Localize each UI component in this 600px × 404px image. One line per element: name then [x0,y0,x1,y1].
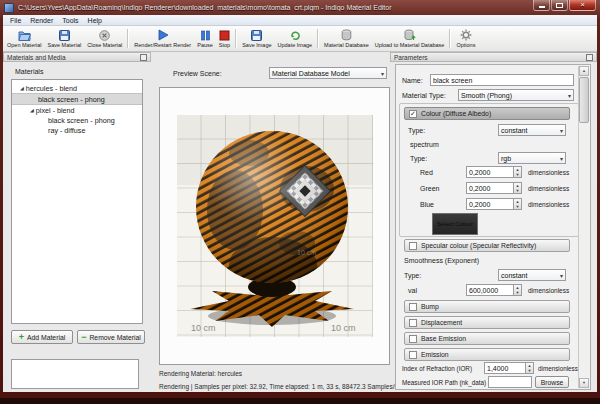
select-colour-button[interactable]: Select Colour [432,213,478,235]
emission-section-header[interactable]: Emission [404,348,570,361]
select-colour-label: Select Colour [437,221,473,227]
tree-item-black-screen[interactable]: black screen - phong [12,93,142,105]
specular-section-title: Specular colour (Specular Reflectivity) [421,242,536,249]
maximize-icon [556,3,563,8]
green-stepper[interactable]: ▲▼ [514,182,522,194]
toolbar-button-save-material[interactable]: Save Material [45,26,85,51]
parameters-scrollbar[interactable]: ▲ ▼ [578,66,589,388]
close-button[interactable]: × [569,0,596,11]
bump-section-header[interactable]: Bump [404,300,570,313]
menu-file[interactable]: File [6,17,25,24]
val-stepper[interactable]: ▲▼ [514,284,522,296]
ior-field[interactable]: 1,4000 [484,362,526,374]
toolbar-button-render[interactable]: Render/Restart Render [131,26,194,51]
toolbar-button-open-material[interactable]: Open Material [4,26,45,51]
add-material-button[interactable]: + Add Material [11,330,73,344]
parameters-panel: Name: black screen Material Type: Smooth… [390,62,597,392]
menu-tools[interactable]: Tools [58,17,82,24]
toolbar-button-label: Upload to Material Database [375,42,445,48]
specular-checkbox[interactable] [409,242,417,250]
spectrum-type-label: Type: [410,155,427,162]
minus-icon: − [81,333,86,341]
val-field[interactable]: 600,0000 [466,284,514,296]
toolbar-button-update-image[interactable]: Update Image [275,26,316,51]
spin-down-icon[interactable]: ▼ [514,172,521,177]
specular-section-header[interactable]: Specular colour (Specular Reflectivity) [404,239,570,252]
toolbar-button-upload-material-database[interactable]: Upload to Material Database [372,26,448,51]
expander-icon[interactable]: ◢ [20,85,24,91]
bump-checkbox[interactable] [409,303,417,311]
tree-item-black-screen-2[interactable]: black screen - phong [12,115,142,125]
toolbar-button-close-material[interactable]: Close Material [84,26,125,51]
red-stepper[interactable]: ▲▼ [514,166,522,178]
displacement-section-title: Displacement [421,319,462,326]
spectrum-type-value: rgb [501,155,511,162]
materials-panel-header: Materials and Media [3,52,151,62]
spectrum-type-select[interactable]: rgb ▾ [498,152,566,164]
toolbar-button-pause[interactable]: Pause [194,26,216,51]
tree-item-hercules[interactable]: ◢ hercules - blend [12,83,142,93]
scroll-down-icon[interactable]: ▼ [579,378,589,388]
spin-down-icon[interactable]: ▼ [526,368,533,373]
smoothness-type-label: Type: [404,272,421,279]
colour-type-label: Type: [408,127,425,134]
toolbar-button-material-database[interactable]: Material Database [321,26,372,51]
colour-checkbox[interactable]: ✓ [409,110,417,118]
maximize-button[interactable] [551,0,568,11]
tree-item-label: black screen - phong [38,95,105,104]
emission-checkbox[interactable] [409,351,417,359]
scroll-up-icon[interactable]: ▲ [579,66,589,76]
toolbar-button-save-image[interactable]: Save Image [239,26,274,51]
browse-button[interactable]: Browse [535,376,569,388]
float-panel-icon[interactable] [586,54,593,61]
ior-stepper[interactable]: ▲▼ [526,362,534,374]
materials-label: Materials [15,68,43,75]
name-field[interactable]: black screen [430,74,574,86]
green-field[interactable]: 0,2000 [466,182,514,194]
colour-type-select[interactable]: constant ▾ [498,124,566,136]
base-emission-section-header[interactable]: Base Emission [404,332,570,345]
toolbar-button-label: Open Material [7,42,42,48]
toolbar-button-stop[interactable]: Stop [216,26,233,51]
minimize-button[interactable] [533,0,550,11]
toolbar-button-options[interactable]: Options [453,26,478,51]
preview-scene-select[interactable]: Material Database Model ▾ [269,67,387,79]
spin-down-icon[interactable]: ▼ [514,290,521,295]
blue-field[interactable]: 0,2000 [466,198,514,210]
minimize-icon [539,6,545,8]
tree-item-label: ray - diffuse [48,126,85,135]
colour-section-header[interactable]: ✓ Colour (Diffuse Albedo) [404,107,570,120]
smoothness-type-select[interactable]: constant ▾ [498,269,566,281]
ior-path-field[interactable] [488,376,532,388]
parameters-panel-title: Parameters [394,54,428,61]
spin-down-icon[interactable]: ▼ [514,188,521,193]
menu-help[interactable]: Help [84,17,106,24]
base-emission-checkbox[interactable] [409,335,417,343]
materials-tree[interactable]: ◢ hercules - blend black screen - phong … [11,79,143,324]
scrollbar-thumb[interactable] [579,77,589,123]
play-icon [157,29,169,41]
red-field[interactable]: 0,2000 [466,166,514,178]
blue-stepper[interactable]: ▲▼ [514,198,522,210]
preview-scene-label: Preview Scene: [173,70,222,77]
toolbar-button-label: Save Image [242,42,271,48]
tree-item-label: pixel - blend [36,106,75,115]
remove-material-button[interactable]: − Remove Material [77,330,145,344]
materials-panel-title: Materials and Media [7,54,66,61]
rendering-material-status: Rendering Material: hercules [159,370,242,377]
displacement-checkbox[interactable] [409,319,417,327]
toolbar-button-label: Pause [197,42,213,48]
material-type-select[interactable]: Smooth (Phong) ▾ [458,89,574,101]
tree-item-pixel[interactable]: ◢ pixel - blend [12,105,142,115]
displacement-section-header[interactable]: Displacement [404,316,570,329]
menu-render[interactable]: Render [26,17,57,24]
colour-section-title: Colour (Diffuse Albedo) [421,110,491,117]
float-panel-icon[interactable] [140,54,147,61]
tree-item-ray[interactable]: ray - diffuse [12,125,142,135]
spin-down-icon[interactable]: ▼ [514,204,521,209]
titlebar[interactable]: C:\Users\Yves\AppData\Roaming\Indigo Ren… [0,0,600,15]
smoothness-section-title: Smoothness (Exponent) [404,257,479,264]
expander-icon[interactable]: ◢ [30,107,34,113]
tree-item-label: black screen - phong [48,116,115,125]
media-list[interactable] [11,359,139,389]
